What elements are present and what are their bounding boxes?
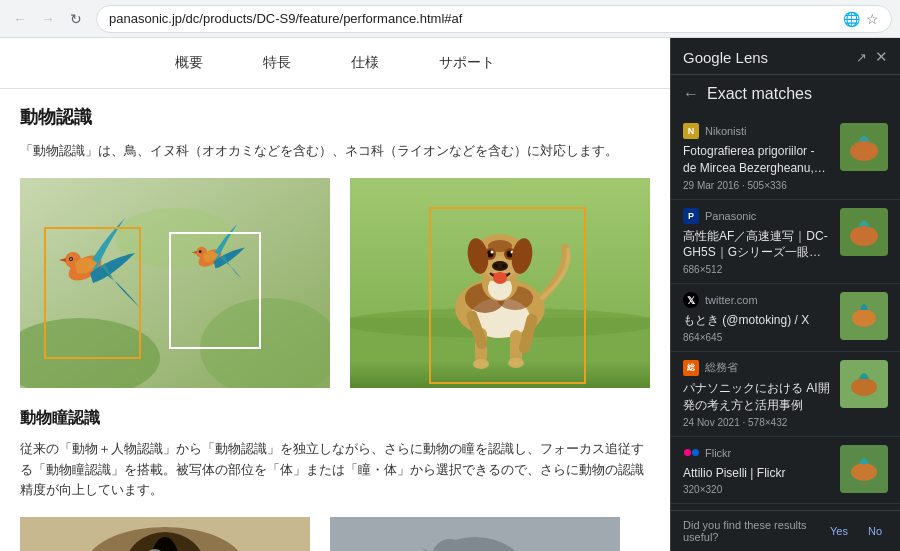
lens-external-icon[interactable]: ↗ (856, 50, 867, 65)
nav-specs[interactable]: 仕様 (351, 50, 379, 76)
result-source-name: Flickr (705, 447, 731, 459)
result-title: Fotografierea prigoriilor - de Mircea Be… (683, 143, 830, 177)
bottom-image-1 (20, 517, 310, 551)
reload-button[interactable]: ↻ (64, 7, 88, 31)
lens-close-icon[interactable]: ✕ (875, 48, 888, 66)
result-favicon: 総 (683, 360, 699, 376)
address-icons: 🌐 ☆ (843, 11, 879, 27)
section1-title: 動物認識 (20, 105, 650, 129)
result-source-name: Panasonic (705, 210, 756, 222)
browser-chrome: ← → ↻ panasonic.jp/dc/products/DC-S9/fea… (0, 0, 900, 38)
result-favicon: N (683, 123, 699, 139)
svg-point-10 (199, 250, 202, 253)
forward-button[interactable]: → (36, 7, 60, 31)
result-thumbnail (840, 208, 888, 256)
result-source-row: Flickr (683, 445, 830, 461)
result-thumbnail (840, 292, 888, 340)
svg-point-61 (851, 463, 877, 481)
result-title: パナソニックにおける AI開発の考え方と活用事例 (683, 380, 830, 414)
feedback-yes-button[interactable]: Yes (824, 523, 854, 539)
result-meta: 864×645 (683, 332, 830, 343)
nav-support[interactable]: サポート (439, 50, 495, 76)
svg-point-53 (850, 141, 878, 161)
nav-overview[interactable]: 概要 (175, 50, 203, 76)
result-thumbnail (840, 445, 888, 493)
lens-results: N Nikonisti Fotografierea prigoriilor - … (671, 111, 900, 510)
result-item[interactable]: 𝕏 twitter.com もとき (@motoking) / X 864×64… (671, 284, 900, 352)
result-source-row: 総 総務省 (683, 360, 830, 376)
main-area: 概要 特長 仕様 サポート 動物認識 「動物認識」は、鳥、イヌ科（オオカミなどを… (0, 38, 900, 551)
result-favicon: P (683, 208, 699, 224)
back-button[interactable]: ← (8, 7, 32, 31)
svg-point-7 (70, 258, 72, 260)
svg-point-23 (508, 358, 524, 368)
section2-title: 動物瞳認識 (20, 408, 650, 429)
svg-point-57 (852, 309, 876, 327)
result-item[interactable]: P Panasonic 高性能AF／高速連写｜DC-GH5S｜Gシリーズ一眼カメ… (671, 200, 900, 285)
result-thumbnail (840, 123, 888, 171)
lens-back-button[interactable]: ← (683, 85, 699, 103)
section1-desc: 「動物認識」は、鳥、イヌ科（オオカミなどを含む）、ネコ科（ライオンなどを含む）に… (20, 141, 650, 162)
result-source-row: N Nikonisti (683, 123, 830, 139)
lens-feedback-text: Did you find these results useful? (683, 519, 816, 543)
section2-desc: 従来の「動物＋人物認識」から「動物認識」を独立しながら、さらに動物の瞳を認識し、… (20, 439, 650, 501)
result-meta: 320×320 (683, 484, 830, 495)
bottom-images: ⇧ (20, 517, 650, 551)
result-info: P Panasonic 高性能AF／高速連写｜DC-GH5S｜Gシリーズ一眼カメ… (683, 208, 830, 276)
result-meta: 24 Nov 2021 · 578×432 (683, 417, 830, 428)
lens-back-row: ← Exact matches (671, 75, 900, 111)
svg-point-32 (502, 264, 506, 268)
svg-point-38 (491, 250, 494, 253)
result-thumbnail (840, 360, 888, 408)
result-info: 総 総務省 パナソニックにおける AI開発の考え方と活用事例 24 Nov 20… (683, 360, 830, 428)
lens-panel-title: Google Lens (683, 49, 768, 66)
lens-sidebar: Google Lens ↗ ✕ ← Exact matches N Nikoni… (670, 38, 900, 551)
content-body: 動物認識 「動物認識」は、鳥、イヌ科（オオカミなどを含む）、ネコ科（ライオンなど… (0, 89, 670, 551)
page-navigation: 概要 特長 仕様 サポート (0, 38, 670, 89)
result-info: N Nikonisti Fotografierea prigoriilor - … (683, 123, 830, 191)
bottom-image-2: ⇧ (330, 517, 620, 551)
lens-header: Google Lens ↗ ✕ (671, 38, 900, 75)
result-item[interactable]: Flickr Attilio Piselli | Flickr 320×320 (671, 437, 900, 505)
result-item[interactable]: N Nikonisti Fotografierea prigoriilor - … (671, 115, 900, 200)
translate-icon: 🌐 (843, 11, 860, 27)
svg-point-55 (850, 226, 878, 246)
bookmark-icon: ☆ (866, 11, 879, 27)
nav-buttons: ← → ↻ (8, 7, 88, 31)
result-source-name: 総務省 (705, 360, 738, 375)
exact-matches-title: Exact matches (707, 85, 812, 103)
result-meta: 29 Mar 2016 · 505×336 (683, 180, 830, 191)
feedback-no-button[interactable]: No (862, 523, 888, 539)
lens-header-icons: ↗ ✕ (856, 48, 888, 66)
bird-detection-image (20, 178, 330, 388)
page-content: 概要 特長 仕様 サポート 動物認識 「動物認識」は、鳥、イヌ科（オオカミなどを… (0, 38, 670, 551)
result-source-row: P Panasonic (683, 208, 830, 224)
result-title: Attilio Piselli | Flickr (683, 465, 830, 482)
svg-point-59 (851, 378, 877, 396)
address-text: panasonic.jp/dc/products/DC-S9/feature/p… (109, 11, 835, 26)
svg-point-42 (488, 240, 512, 252)
result-item[interactable]: 総 総務省 パナソニックにおける AI開発の考え方と活用事例 24 Nov 20… (671, 352, 900, 437)
result-source-name: Nikonisti (705, 125, 747, 137)
result-title: もとき (@motoking) / X (683, 312, 830, 329)
result-favicon (683, 445, 699, 461)
result-meta: 686×512 (683, 264, 830, 275)
lens-footer: Did you find these results useful? Yes N… (671, 510, 900, 551)
result-source-name: twitter.com (705, 294, 758, 306)
address-bar[interactable]: panasonic.jp/dc/products/DC-S9/feature/p… (96, 5, 892, 33)
result-source-row: 𝕏 twitter.com (683, 292, 830, 308)
svg-point-22 (473, 359, 489, 369)
dog-detection-image (350, 178, 650, 388)
svg-point-31 (494, 264, 498, 268)
nav-features[interactable]: 特長 (263, 50, 291, 76)
result-title: 高性能AF／高速連写｜DC-GH5S｜Gシリーズ一眼カメラ｜商品... (683, 228, 830, 262)
image-row (20, 178, 650, 388)
svg-point-33 (493, 272, 507, 284)
result-info: Flickr Attilio Piselli | Flickr 320×320 (683, 445, 830, 496)
result-info: 𝕏 twitter.com もとき (@motoking) / X 864×64… (683, 292, 830, 343)
result-favicon: 𝕏 (683, 292, 699, 308)
